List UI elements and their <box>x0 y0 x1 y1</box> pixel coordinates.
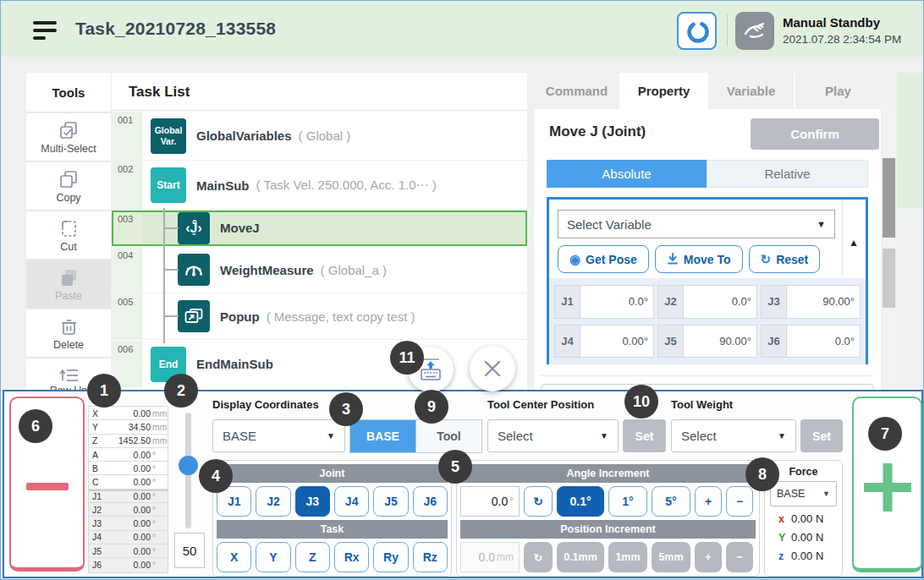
jog-axis-j5[interactable]: J5 <box>373 486 408 517</box>
joint-value-input[interactable]: 90.00° <box>787 286 860 318</box>
position-plus-button[interactable]: + <box>695 542 722 572</box>
joint-label: J4 <box>555 326 580 358</box>
manual-mode-icon[interactable] <box>735 12 774 50</box>
callout-8: 8 <box>745 457 779 491</box>
angle-preset-5[interactable]: 5° <box>652 486 690 517</box>
tab-variable[interactable]: Variable <box>708 73 795 109</box>
callout-10: 10 <box>624 385 658 419</box>
tab-property[interactable]: Property <box>621 73 708 109</box>
toggle-base[interactable]: BASE <box>350 420 415 452</box>
move-to-icon <box>667 253 679 265</box>
menu-line <box>33 36 46 40</box>
speed-slider-knob[interactable] <box>179 456 198 475</box>
tool-cut-button[interactable]: Cut <box>26 211 111 259</box>
base-tool-toggle: BASE Tool <box>349 419 482 453</box>
badge-text: End <box>159 358 179 370</box>
task-title: Task_20210728_133558 <box>75 19 276 39</box>
joint-value-input[interactable]: 0.0° <box>787 326 860 358</box>
jog-axis-z[interactable]: Z <box>295 542 330 572</box>
force-frame-dropdown[interactable]: BASE ▼ <box>770 481 837 506</box>
angle-plus-button[interactable]: + <box>695 486 722 517</box>
reset-icon: ↻ <box>761 252 772 267</box>
get-pose-button[interactable]: ◉ Get Pose <box>558 245 649 273</box>
joint-section-header: Joint <box>217 464 448 483</box>
variable-select-dropdown[interactable]: Select Variable ▼ <box>558 210 835 238</box>
joint-value-input[interactable]: 0.0° <box>684 286 756 318</box>
coord-unit: ° <box>151 463 168 473</box>
position-preset-1mm[interactable]: 1mm <box>608 542 647 572</box>
coord-axis: J6 <box>89 560 105 570</box>
confirm-button[interactable]: Confirm <box>751 118 879 150</box>
scrollbar-thumb[interactable] <box>883 158 895 238</box>
relative-tab[interactable]: Relative <box>707 160 868 188</box>
menu-icon[interactable] <box>33 21 57 40</box>
absolute-tab[interactable]: Absolute <box>547 160 707 188</box>
toggle-tool[interactable]: Tool <box>415 420 481 452</box>
robot-gripper-button[interactable] <box>677 12 717 50</box>
joint-label: J1 <box>555 286 580 318</box>
coord-unit: mm <box>151 408 168 419</box>
tool-paste-button[interactable]: Paste <box>26 260 111 308</box>
collapse-button[interactable]: ▲ <box>844 233 863 252</box>
callout-4: 4 <box>199 459 233 493</box>
tool-delete-button[interactable]: Delete <box>26 309 111 357</box>
task-row-globalvariables[interactable]: 001 Global Var. GlobalVariables ( Global… <box>112 112 527 161</box>
jog-axis-ry[interactable]: Ry <box>373 542 408 572</box>
tree-connector <box>163 227 179 229</box>
tool-multi-select-button[interactable]: Multi-Select <box>26 113 111 161</box>
jog-axis-j6[interactable]: J6 <box>413 486 448 517</box>
force-axis: Y <box>778 532 787 544</box>
tool-weight-dropdown[interactable]: Select ▼ <box>671 419 796 452</box>
angle-reset-button[interactable]: ↻ <box>524 486 553 517</box>
coord-unit: ° <box>151 505 168 515</box>
jog-axis-x[interactable]: X <box>217 542 251 572</box>
coord-axis: J2 <box>89 505 105 515</box>
joint-field-j6: J6 0.0° <box>761 325 861 358</box>
position-minus-button[interactable]: − <box>726 542 753 572</box>
close-button[interactable] <box>470 346 515 391</box>
property-scrollbar[interactable] <box>883 109 895 388</box>
tab-play[interactable]: Play <box>795 73 881 109</box>
joint-value-input[interactable]: 90.00° <box>684 326 756 358</box>
command-property-title: Move J (Joint) <box>549 123 646 140</box>
angle-preset-1[interactable]: 1° <box>608 486 647 517</box>
display-coordinates-dropdown[interactable]: BASE ▼ <box>212 419 345 452</box>
tool-center-position-dropdown[interactable]: Select ▼ <box>487 419 619 452</box>
joint-value-input[interactable]: 0.00° <box>580 326 653 358</box>
jog-axis-j3[interactable]: J3 <box>295 486 330 517</box>
tool-weight-set-button[interactable]: Set <box>800 419 843 452</box>
tree-connector <box>163 269 179 271</box>
angle-increment-input[interactable]: 0.0 ° <box>460 486 520 517</box>
coord-unit: ° <box>151 546 168 556</box>
task-row-mainsub[interactable]: 002 Start MainSub ( Task Vel. 250.000, A… <box>112 161 527 211</box>
row-body: Global Var. GlobalVariables ( Global ) <box>142 112 527 160</box>
plus-icon <box>883 463 892 512</box>
command-name: Popup <box>220 309 260 324</box>
jog-axis-y[interactable]: Y <box>256 542 290 572</box>
jog-axis-rz[interactable]: Rz <box>413 542 448 572</box>
angle-preset-01[interactable]: 0.1° <box>557 486 604 517</box>
position-increment-input[interactable]: 0.0 mm <box>460 542 520 572</box>
force-value: 0.00 N <box>791 512 823 525</box>
reset-button[interactable]: ↻ Reset <box>749 245 821 273</box>
speed-value-input[interactable]: 50 <box>174 533 205 568</box>
position-preset-01mm[interactable]: 0.1mm <box>557 542 604 572</box>
tab-command[interactable]: Command <box>534 73 621 109</box>
jog-axis-rx[interactable]: Rx <box>334 542 369 572</box>
position-preset-5mm[interactable]: 5mm <box>652 542 690 572</box>
coord-row: J50.00° <box>89 544 168 558</box>
scrollbar-thumb-secondary[interactable] <box>883 249 895 308</box>
move-to-button[interactable]: Move To <box>655 245 743 273</box>
command-name: WeightMeasure <box>220 263 314 277</box>
jog-axis-j4[interactable]: J4 <box>334 486 369 517</box>
force-row-z: z 0.00 N <box>768 550 839 562</box>
tcp-set-button[interactable]: Set <box>623 419 666 452</box>
position-reset-button[interactable]: ↻ <box>524 542 553 572</box>
jog-axis-j2[interactable]: J2 <box>256 486 290 517</box>
command-note: ( Message, text copy test ) <box>267 309 415 324</box>
tool-copy-button[interactable]: Copy <box>26 162 111 210</box>
angle-minus-button[interactable]: − <box>726 486 753 517</box>
callout-6: 6 <box>19 409 52 443</box>
command-note: ( Global_a ) <box>321 263 387 277</box>
joint-value-input[interactable]: 0.0° <box>580 286 653 318</box>
